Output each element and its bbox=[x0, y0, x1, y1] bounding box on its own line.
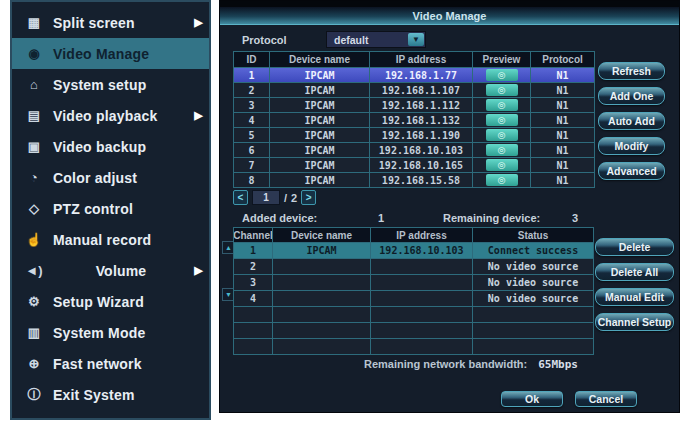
device-row-id[interactable]: 2 bbox=[234, 83, 269, 97]
channel-row-ip[interactable] bbox=[371, 323, 472, 338]
device-row-ip[interactable]: 192.168.15.58 bbox=[370, 173, 472, 187]
sidebar-item-system-mode[interactable]: ▥System Mode bbox=[12, 317, 209, 348]
preview-eye-icon[interactable]: ◎ bbox=[486, 129, 518, 141]
sidebar-item-video-playback[interactable]: ▤Video playback▶ bbox=[12, 100, 209, 131]
page-prev-button[interactable]: < bbox=[233, 190, 248, 205]
device-row-id[interactable]: 5 bbox=[234, 128, 269, 142]
device-row-ip[interactable]: 192.168.10.103 bbox=[370, 143, 472, 157]
device-row-ip[interactable]: 192.168.1.77 bbox=[370, 68, 472, 82]
device-row-id[interactable]: 3 bbox=[234, 98, 269, 112]
device-row-id[interactable]: 4 bbox=[234, 113, 269, 127]
channel-row-status[interactable]: Connect success bbox=[473, 243, 593, 258]
sidebar-item-setup-wizard[interactable]: ⚙Setup Wizard bbox=[12, 286, 209, 317]
device-row-id[interactable]: 7 bbox=[234, 158, 269, 172]
channel-row-name[interactable] bbox=[273, 275, 370, 290]
preview-eye-icon[interactable]: ◎ bbox=[486, 144, 518, 156]
ok-button[interactable]: Ok bbox=[501, 391, 563, 407]
auto-add-button[interactable]: Auto Add bbox=[598, 112, 665, 130]
device-row-ip[interactable]: 192.168.1.112 bbox=[370, 98, 472, 112]
sidebar-item-system-setup[interactable]: ⌂System setup bbox=[12, 69, 209, 100]
device-row-ip[interactable]: 192.168.10.165 bbox=[370, 158, 472, 172]
bandwidth-row: Remaining network bandwidth: 65Mbps bbox=[233, 358, 578, 371]
delete-button[interactable]: Delete bbox=[595, 238, 674, 256]
channel-row-status[interactable]: No video source bbox=[473, 259, 593, 274]
device-row-ip[interactable]: 192.168.1.132 bbox=[370, 113, 472, 127]
channel-row-name[interactable] bbox=[273, 339, 370, 354]
device-row-name[interactable]: IPCAM bbox=[270, 158, 369, 172]
device-row-name[interactable]: IPCAM bbox=[270, 113, 369, 127]
sidebar-item-split-screen[interactable]: ▦Split screen▶ bbox=[12, 7, 209, 38]
sidebar-item-exit-system[interactable]: ⒾExit System bbox=[12, 379, 209, 410]
channel-row-name[interactable] bbox=[273, 307, 370, 322]
manual-edit-button[interactable]: Manual Edit bbox=[595, 288, 674, 306]
channel-row-number[interactable]: 4 bbox=[234, 291, 272, 306]
sidebar-item-video-backup[interactable]: ▣Video backup bbox=[12, 131, 209, 162]
channel-row-ip[interactable] bbox=[371, 259, 472, 274]
channel-row-number[interactable]: 2 bbox=[234, 259, 272, 274]
preview-eye-icon[interactable]: ◎ bbox=[486, 174, 518, 186]
device-row-name[interactable]: IPCAM bbox=[270, 128, 369, 142]
device-row-id[interactable]: 6 bbox=[234, 143, 269, 157]
add-one-button[interactable]: Add One bbox=[598, 87, 665, 105]
device-row-name[interactable]: IPCAM bbox=[270, 98, 369, 112]
sidebar-item-ptz-control[interactable]: ◇PTZ control bbox=[12, 193, 209, 224]
protocol-dropdown[interactable]: default ▼ bbox=[326, 31, 426, 48]
device-row-protocol[interactable]: N1 bbox=[531, 68, 594, 82]
device-row-protocol[interactable]: N1 bbox=[531, 98, 594, 112]
channel-row-name[interactable]: IPCAM bbox=[273, 243, 370, 258]
channel-row-ip[interactable] bbox=[371, 339, 472, 354]
device-row-name[interactable]: IPCAM bbox=[270, 173, 369, 187]
hand-icon: ☝ bbox=[22, 232, 46, 247]
channel-row-status[interactable]: No video source bbox=[473, 275, 593, 290]
device-row-protocol[interactable]: N1 bbox=[531, 173, 594, 187]
preview-eye-icon[interactable]: ◎ bbox=[486, 159, 518, 171]
channel-row-number[interactable] bbox=[234, 339, 272, 354]
chevron-down-icon[interactable]: ▼ bbox=[408, 33, 424, 46]
channel-row-ip[interactable]: 192.168.10.103 bbox=[371, 243, 472, 258]
device-row-protocol[interactable]: N1 bbox=[531, 158, 594, 172]
channel-row-number[interactable] bbox=[234, 323, 272, 338]
device-row-protocol[interactable]: N1 bbox=[531, 83, 594, 97]
preview-eye-icon[interactable]: ◎ bbox=[486, 99, 518, 111]
channel-row-number[interactable] bbox=[234, 307, 272, 322]
sidebar-item-manual-record[interactable]: ☝Manual record bbox=[12, 224, 209, 255]
preview-eye-icon[interactable]: ◎ bbox=[486, 84, 518, 96]
sidebar-item-color-adjust[interactable]: ◔Color adjust bbox=[12, 162, 209, 193]
device-row-ip[interactable]: 192.168.1.107 bbox=[370, 83, 472, 97]
device-row-name[interactable]: IPCAM bbox=[270, 83, 369, 97]
device-row-id[interactable]: 8 bbox=[234, 173, 269, 187]
cancel-button[interactable]: Cancel bbox=[575, 391, 637, 407]
sidebar-item-volume[interactable]: ◄)Volume▶ bbox=[12, 255, 209, 286]
sidebar-item-label: Setup Wizard bbox=[53, 294, 189, 310]
modify-button[interactable]: Modify bbox=[598, 137, 665, 155]
device-row-id[interactable]: 1 bbox=[234, 68, 269, 82]
sidebar-item-video-manage[interactable]: ◉Video Manage bbox=[12, 38, 209, 69]
channel-row-name[interactable] bbox=[273, 291, 370, 306]
channel-row-number[interactable]: 3 bbox=[234, 275, 272, 290]
channel-row-status[interactable] bbox=[473, 323, 593, 338]
preview-eye-icon[interactable]: ◎ bbox=[486, 114, 518, 126]
channel-row-status[interactable] bbox=[473, 339, 593, 354]
delete-all-button[interactable]: Delete All bbox=[595, 263, 674, 281]
sidebar-item-fast-network[interactable]: ⊕Fast network bbox=[12, 348, 209, 379]
channel-row-ip[interactable] bbox=[371, 307, 472, 322]
channel-row-status[interactable] bbox=[473, 307, 593, 322]
device-row-name[interactable]: IPCAM bbox=[270, 68, 369, 82]
device-row-preview: ◎ bbox=[473, 158, 530, 172]
channel-row-ip[interactable] bbox=[371, 275, 472, 290]
channel-row-number[interactable]: 1 bbox=[234, 243, 272, 258]
device-row-ip[interactable]: 192.168.1.190 bbox=[370, 128, 472, 142]
channel-row-name[interactable] bbox=[273, 323, 370, 338]
advanced-button[interactable]: Advanced bbox=[598, 162, 665, 180]
page-next-button[interactable]: > bbox=[301, 190, 316, 205]
preview-eye-icon[interactable]: ◎ bbox=[486, 69, 518, 81]
refresh-button[interactable]: Refresh bbox=[598, 62, 665, 80]
device-row-name[interactable]: IPCAM bbox=[270, 143, 369, 157]
device-row-protocol[interactable]: N1 bbox=[531, 143, 594, 157]
device-row-protocol[interactable]: N1 bbox=[531, 128, 594, 142]
channel-row-name[interactable] bbox=[273, 259, 370, 274]
channel-row-status[interactable]: No video source bbox=[473, 291, 593, 306]
channel-setup-button[interactable]: Channel Setup bbox=[595, 313, 674, 331]
channel-row-ip[interactable] bbox=[371, 291, 472, 306]
device-row-protocol[interactable]: N1 bbox=[531, 113, 594, 127]
